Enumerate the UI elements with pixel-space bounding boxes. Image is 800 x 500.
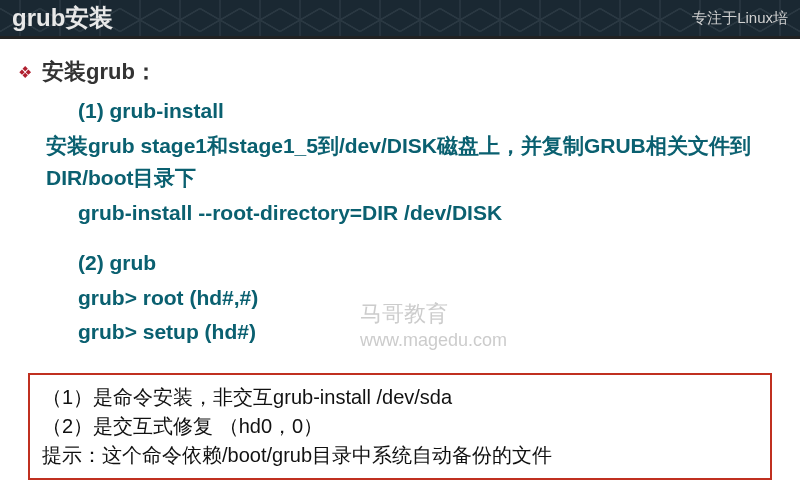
spacer (78, 231, 782, 245)
slide-header: grub安装 专注于Linux培 (0, 0, 800, 36)
note-line-1: （1）是命令安装，非交互grub-install /dev/sda (42, 383, 758, 412)
line-5: grub> root (hd#,#) (78, 282, 782, 315)
note-box: （1）是命令安装，非交互grub-install /dev/sda （2）是交互… (28, 373, 772, 480)
section-title-zh: 安装 (42, 59, 86, 84)
line-2: 安装grub stage1和stage1_5到/dev/DISK磁盘上，并复制G… (46, 130, 782, 195)
slide-header-right: 专注于Linux培 (692, 9, 788, 28)
body-text: (1) grub-install 安装grub stage1和stage1_5到… (78, 95, 782, 349)
section-heading: ❖ 安装grub： (18, 57, 782, 87)
line-4: (2) grub (78, 247, 782, 280)
line-6: grub> setup (hd#) (78, 316, 782, 349)
section-title-colon: ： (135, 59, 157, 84)
diamond-bullet-icon: ❖ (18, 63, 32, 82)
slide-content: ❖ 安装grub： (1) grub-install 安装grub stage1… (0, 36, 800, 361)
note-line-3: 提示：这个命令依赖/boot/grub目录中系统自动备份的文件 (42, 441, 758, 470)
slide-title: grub安装 (12, 2, 113, 34)
section-title: 安装grub： (42, 57, 157, 87)
note-line-2: （2）是交互式修复 （hd0，0） (42, 412, 758, 441)
section-title-en: grub (86, 59, 135, 84)
line-3: grub-install --root-directory=DIR /dev/D… (78, 197, 782, 230)
line-1: (1) grub-install (78, 95, 782, 128)
